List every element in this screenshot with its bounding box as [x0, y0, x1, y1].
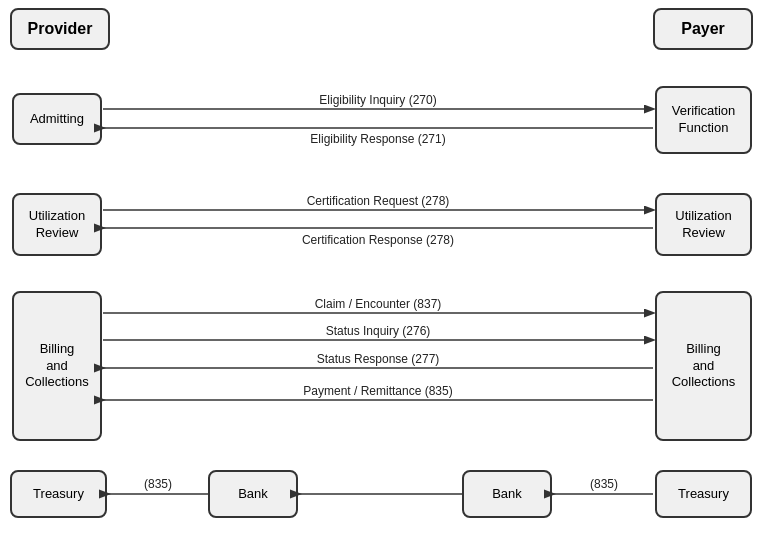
eligibility-inquiry-label: Eligibility Inquiry (270): [319, 93, 436, 107]
arrows-svg: Eligibility Inquiry (270) Eligibility Re…: [0, 0, 763, 533]
eligibility-response-label: Eligibility Response (271): [310, 132, 445, 146]
claim-encounter-label: Claim / Encounter (837): [315, 297, 442, 311]
payment-remittance-label: Payment / Remittance (835): [303, 384, 452, 398]
cert-request-label: Certification Request (278): [307, 194, 450, 208]
diagram: Provider Payer Admitting VerificationFun…: [0, 0, 763, 533]
status-inquiry-label: Status Inquiry (276): [326, 324, 431, 338]
treasury-right-835-label: (835): [590, 477, 618, 491]
status-response-label: Status Response (277): [317, 352, 440, 366]
cert-response-label: Certification Response (278): [302, 233, 454, 247]
treasury-left-835-label: (835): [144, 477, 172, 491]
